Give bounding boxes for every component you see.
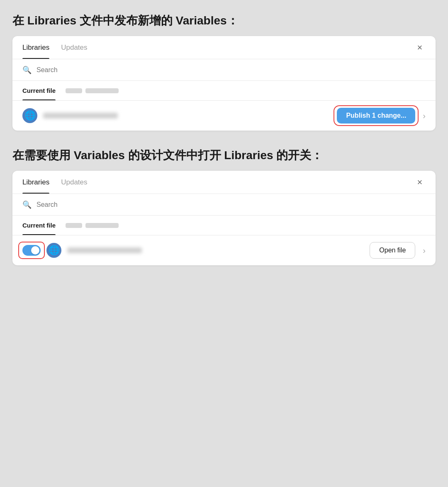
- library2-globe-icon: 🌐: [46, 243, 61, 258]
- section2: 在需要使用 Variables 的设计文件中打开 Libraries 的开关： …: [12, 147, 436, 265]
- tab2-libraries[interactable]: Libraries: [22, 171, 49, 194]
- tab1-libraries[interactable]: Libraries: [22, 36, 49, 59]
- panel2-tabs: Libraries Updates: [22, 171, 88, 194]
- panel2-header: Libraries Updates ×: [12, 171, 436, 194]
- panel2-search-input[interactable]: [37, 201, 426, 208]
- library-name-text: [43, 113, 118, 119]
- subtab2-placeholder-1: [66, 223, 82, 228]
- subtab1-current-file[interactable]: Current file: [22, 81, 56, 100]
- panel1-search-input[interactable]: [37, 66, 426, 74]
- tab2-updates[interactable]: Updates: [61, 171, 87, 194]
- panel1-tabs: Libraries Updates: [22, 36, 88, 59]
- subtab1-placeholder-1: [66, 88, 82, 93]
- panel2-library-item: 🌐 Open file ›: [12, 235, 436, 265]
- library-item-chevron[interactable]: ›: [423, 111, 426, 121]
- library2-item-chevron[interactable]: ›: [423, 246, 426, 255]
- section2-title: 在需要使用 Variables 的设计文件中打开 Libraries 的开关：: [12, 147, 436, 163]
- section1-title: 在 Libraries 文件中发布新增的 Variables：: [12, 12, 436, 29]
- panel2-subtab-row: Current file: [12, 216, 436, 235]
- panel1-search-row: 🔍: [12, 59, 436, 81]
- toggle-wrapper: [22, 245, 41, 256]
- panel2-search-row: 🔍: [12, 194, 436, 216]
- panel1-library-item: 🌐 Publish 1 change... ›: [12, 101, 436, 131]
- subtab2-current-file[interactable]: Current file: [22, 216, 56, 235]
- publish-button[interactable]: Publish 1 change...: [337, 108, 415, 124]
- panel1-close-button[interactable]: ×: [414, 42, 426, 53]
- tab1-updates[interactable]: Updates: [61, 36, 87, 59]
- section1: 在 Libraries 文件中发布新增的 Variables： Librarie…: [12, 12, 436, 131]
- panel1-header: Libraries Updates ×: [12, 36, 436, 59]
- subtab1-placeholders: [66, 81, 119, 100]
- panel1-subtab-row: Current file: [12, 81, 436, 101]
- library-globe-icon: 🌐: [22, 108, 37, 123]
- panel2-close-button[interactable]: ×: [414, 177, 426, 188]
- publish-button-wrapper: Publish 1 change...: [337, 108, 415, 124]
- library-name-blur: [43, 113, 331, 119]
- search-icon: 🔍: [22, 65, 32, 75]
- library2-name-blur: [67, 247, 364, 253]
- panel2: Libraries Updates × 🔍 Current file: [12, 171, 436, 265]
- subtab2-placeholder-2: [85, 223, 119, 228]
- panel1: Libraries Updates × 🔍 Current file: [12, 36, 436, 131]
- subtab1-placeholder-2: [85, 88, 119, 93]
- search-icon-2: 🔍: [22, 200, 32, 209]
- library-toggle[interactable]: [22, 245, 41, 256]
- toggle-knob: [31, 246, 39, 254]
- library2-name-text: [67, 247, 142, 253]
- subtab2-placeholders: [66, 216, 119, 235]
- open-file-button[interactable]: Open file: [370, 242, 415, 259]
